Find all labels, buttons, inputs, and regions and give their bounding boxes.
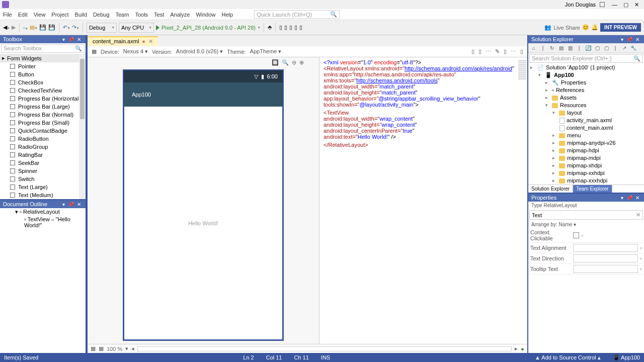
- toolbox-item[interactable]: QuickContactBadge: [0, 127, 86, 135]
- panel-dropdown-icon[interactable]: ▾: [61, 202, 66, 207]
- new-project-icon[interactable]: ▫▾: [23, 25, 28, 31]
- code-editor[interactable]: <?xml version="1.0" encoding="utf-8"?> <…: [319, 57, 527, 344]
- feedback-icon[interactable]: 😊: [582, 24, 589, 31]
- run-button[interactable]: Pixel_2_API_28 (Android 9.0 - API 28)▾: [156, 25, 260, 31]
- solution-tree[interactable]: ▸📄 Solution 'App100' (1 project) ▾📱 App1…: [528, 64, 644, 185]
- tree-node[interactable]: ▸ mipmap-xxxhdpi: [528, 177, 644, 185]
- toolbox-item[interactable]: Progress Bar (Large): [0, 103, 86, 111]
- panel-dropdown-icon[interactable]: ▾: [619, 195, 625, 201]
- tree-node[interactable]: ▸ mipmap-xhdpi: [528, 162, 644, 169]
- close-icon[interactable]: ✕: [634, 37, 641, 42]
- toolbox-item[interactable]: Progress Bar (Normal): [0, 111, 86, 119]
- step-icon[interactable]: ▯: [284, 24, 287, 31]
- toolbox-item[interactable]: Button: [0, 70, 86, 78]
- toolbox-item[interactable]: CheckBox: [0, 78, 86, 86]
- toolbox-item[interactable]: Progress Bar (Horizontal): [0, 95, 86, 103]
- toolbox-item[interactable]: Spinner: [0, 167, 86, 175]
- close-icon[interactable]: ✕: [75, 37, 83, 42]
- source-control-button[interactable]: ▲ Add to Source Control ▴: [535, 354, 601, 361]
- device-select[interactable]: Nexus 4 ▾: [123, 48, 148, 55]
- scroll-left-icon[interactable]: ◂: [131, 345, 134, 352]
- tool-icon[interactable]: ▢: [593, 45, 601, 51]
- tool-icon[interactable]: ▥: [566, 45, 574, 51]
- toolbox-item[interactable]: Text (Large): [0, 183, 86, 191]
- outline-node[interactable]: ▾ ▫ RelativeLayout: [0, 208, 86, 216]
- pane-icon[interactable]: ⋯: [486, 48, 491, 55]
- avatar-icon[interactable]: [600, 2, 605, 7]
- zoom-icon[interactable]: 🔍: [282, 59, 289, 66]
- menu-build[interactable]: Build: [75, 12, 87, 18]
- menu-debug[interactable]: Debug: [93, 12, 109, 18]
- menu-edit[interactable]: Edit: [18, 12, 28, 18]
- step-icon[interactable]: ▯: [279, 24, 282, 31]
- menu-file[interactable]: File: [3, 12, 12, 18]
- zoom-icon[interactable]: 🔲: [272, 59, 279, 66]
- tree-node[interactable]: ▸ mipmap-hdpi: [528, 147, 644, 154]
- toolbox-item[interactable]: RatingBar: [0, 151, 86, 159]
- pin-icon[interactable]: 📌: [625, 195, 634, 201]
- close-icon[interactable]: ✕: [148, 38, 153, 45]
- undo-icon[interactable]: ↶▾: [63, 24, 70, 31]
- toolbox-item[interactable]: SeekBar: [0, 159, 86, 167]
- nav-back-icon[interactable]: ◀▾: [3, 24, 10, 31]
- menu-team[interactable]: Team: [116, 12, 129, 18]
- window-buttons[interactable]: —▢✕: [609, 2, 642, 8]
- tool-icon[interactable]: ↗: [620, 45, 628, 51]
- notify-icon[interactable]: 🔔: [591, 24, 598, 31]
- tool-icon[interactable]: ▤: [557, 45, 565, 51]
- edit-icon[interactable]: ✎: [495, 48, 500, 55]
- menu-help[interactable]: Help: [222, 12, 233, 18]
- se-tab[interactable]: Team Explorer: [573, 185, 612, 193]
- pane-icon[interactable]: ▯: [504, 48, 507, 55]
- se-tab[interactable]: Solution Explorer: [528, 185, 573, 193]
- menu-tools[interactable]: Tools: [135, 12, 148, 18]
- pin-icon[interactable]: 📌: [625, 37, 634, 42]
- fit-icon[interactable]: ▦: [99, 345, 104, 352]
- tool-icon[interactable]: 🔄: [584, 45, 592, 51]
- h-scrollbar[interactable]: [137, 346, 512, 351]
- document-tab[interactable]: content_main.axml●✕: [88, 36, 158, 46]
- grid-icon[interactable]: ▦: [92, 48, 97, 55]
- live-share-button[interactable]: 👥Live Share: [544, 24, 580, 31]
- toolbox-item[interactable]: CheckedTextView: [0, 86, 86, 95]
- theme-select[interactable]: AppTheme ▾: [250, 48, 282, 55]
- minimap[interactable]: [518, 59, 526, 80]
- outline-node[interactable]: ▫ TextView – "Hello World!": [0, 216, 86, 229]
- tool-icon[interactable]: ↻: [548, 45, 556, 51]
- step-icon[interactable]: ▯: [289, 24, 292, 31]
- tree-node[interactable]: ▸ mipmap-xxhdpi: [528, 169, 644, 177]
- design-surface[interactable]: 🔲 🔍 ⊖ ⊕ ▽▮6:00 App100 Hello World!: [88, 57, 319, 344]
- toolbox-item[interactable]: RadioButton: [0, 135, 86, 143]
- toolbox-item[interactable]: Progress Bar (Small): [0, 119, 86, 127]
- arrange-by[interactable]: Arrange by: Name ▾: [528, 221, 644, 228]
- close-icon[interactable]: ✕: [634, 195, 641, 201]
- property-row[interactable]: Text Alignment▫: [528, 243, 644, 253]
- pane-icon[interactable]: ▯: [471, 48, 474, 55]
- step-icon[interactable]: ▯: [299, 24, 302, 31]
- open-file-icon[interactable]: ▤▾: [30, 24, 37, 31]
- fit-icon[interactable]: ▦: [91, 345, 96, 352]
- save-all-icon[interactable]: 💾: [48, 24, 55, 31]
- toolbox-item[interactable]: Pointer: [0, 62, 86, 70]
- pane-icon[interactable]: ▯: [478, 48, 481, 55]
- scroll-right-icon[interactable]: ▸: [515, 345, 518, 352]
- property-row[interactable]: Text Direction▫: [528, 253, 644, 264]
- panel-dropdown-icon[interactable]: ▾: [61, 37, 66, 42]
- panel-dropdown-icon[interactable]: ▾: [619, 37, 625, 42]
- tree-node[interactable]: ▸ mipmap-anydpi-v26: [528, 139, 644, 147]
- toolbox-search-input[interactable]: Search Toolbox🔍: [1, 44, 85, 53]
- tree-node[interactable]: ▸ mipmap-mdpi: [528, 154, 644, 162]
- pin-icon[interactable]: 📌: [66, 37, 75, 42]
- toolbox-group[interactable]: ▸ Form Widgets: [0, 54, 86, 62]
- quick-launch-input[interactable]: Quick Launch (Ctrl+Q) 🔍: [254, 10, 340, 19]
- close-icon[interactable]: ✕: [75, 202, 83, 207]
- save-icon[interactable]: 💾: [39, 24, 46, 31]
- zoom-icon[interactable]: ⊕: [299, 59, 304, 66]
- menu-window[interactable]: Window: [196, 12, 215, 18]
- property-row[interactable]: Tooltip Text▫: [528, 264, 644, 275]
- menu-analyze[interactable]: Analyze: [170, 12, 190, 18]
- tree-node[interactable]: ▸ menu: [528, 132, 644, 139]
- toolbox-item[interactable]: RadioGroup: [0, 143, 86, 151]
- toolbox-item[interactable]: Text (Medium): [0, 191, 86, 199]
- platform-select[interactable]: Any CPU▾: [119, 23, 154, 33]
